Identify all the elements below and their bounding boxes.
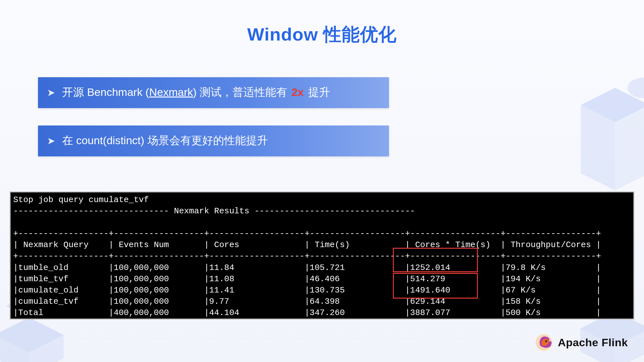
bullet-text-part: ) 测试，普适性能有 [193,86,290,98]
bullet-text-part: 提升 [305,86,330,98]
chevron-icon: ➤ [47,135,55,146]
flink-squirrel-icon [535,333,553,352]
brand-logo: Apache Flink [535,333,628,352]
svg-point-7 [628,78,644,98]
bullet-benchmark: ➤ 开源 Benchmark (Nexmark) 测试，普适性能有 2x 提升 [38,77,389,108]
bullet-text-part: 开源 Benchmark ( [62,86,149,98]
bullet-text: 开源 Benchmark (Nexmark) 测试，普适性能有 2x 提升 [62,85,330,100]
svg-point-12 [545,340,547,342]
chevron-icon: ➤ [47,87,55,98]
bullet-text: 在 count(distinct) 场景会有更好的性能提升 [62,133,268,148]
page-title: Window 性能优化 [0,23,644,47]
speedup-value: 2x [290,86,305,98]
terminal-output: Stop job query cumulate_tvf ------------… [10,191,634,320]
nexmark-link[interactable]: Nexmark [149,86,193,98]
slide: Window 性能优化 ➤ 开源 Benchmark (Nexmark) 测试，… [0,0,644,362]
bullet-count-distinct: ➤ 在 count(distinct) 场景会有更好的性能提升 [38,125,389,156]
brand-name: Apache Flink [558,336,628,349]
